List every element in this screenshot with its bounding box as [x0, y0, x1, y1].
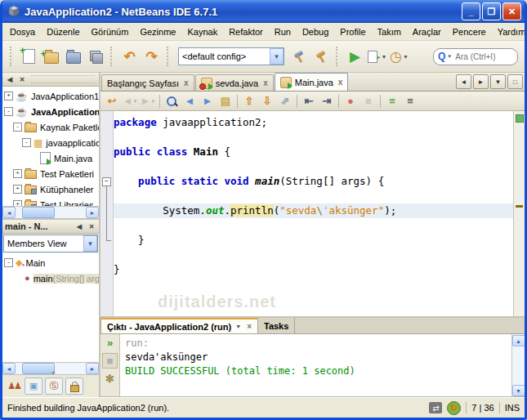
stop-run-button[interactable]: ■: [102, 353, 118, 369]
undo-button[interactable]: ↶: [118, 46, 141, 68]
auto-hide-icon[interactable]: ◀: [74, 221, 84, 231]
comment-button[interactable]: ≡: [383, 93, 401, 109]
close-button[interactable]: ✕: [502, 2, 521, 20]
menu-tools[interactable]: Araçlar: [407, 25, 447, 39]
navigator-item-method-main[interactable]: ●main(String[] args): [2, 270, 99, 286]
scroll-right-icon[interactable]: ►: [86, 363, 99, 374]
tree-item-project-javaapplication2[interactable]: -☕JavaApplication2: [2, 104, 99, 119]
find-next-button[interactable]: ►: [199, 93, 217, 109]
show-inherited-members-button[interactable]: ♟♟: [6, 378, 22, 394]
fold-gutter[interactable]: [100, 189, 114, 203]
output-tab-tasks[interactable]: Tasks: [258, 318, 295, 333]
tree-item-project-javaapplication1[interactable]: +☕JavaApplication1: [2, 88, 99, 104]
back-dropdown-icon[interactable]: ▼: [132, 99, 137, 104]
new-project-button[interactable]: [40, 46, 62, 68]
fold-collapse-icon[interactable]: −: [102, 177, 111, 186]
tree-expander-icon[interactable]: +: [13, 185, 22, 194]
clean-build-project-button[interactable]: [310, 46, 332, 68]
tree-expander-icon[interactable]: -: [13, 123, 22, 132]
shift-line-right-button[interactable]: ⇥: [318, 93, 336, 109]
search-icon[interactable]: Q: [438, 51, 445, 61]
tree-item-source-packages[interactable]: -Kaynak Paketleri: [2, 119, 99, 135]
menu-source[interactable]: Kaynak: [181, 25, 223, 39]
minimize-button[interactable]: _: [462, 2, 480, 20]
ant-settings-button[interactable]: ✻: [103, 372, 117, 386]
fold-gutter[interactable]: [100, 233, 114, 248]
profile-dropdown-icon[interactable]: ▼: [403, 54, 409, 60]
previous-bookmark-button[interactable]: ⇧: [240, 93, 258, 109]
rerun-button[interactable]: »: [103, 336, 117, 350]
back-button[interactable]: ◄▼: [121, 93, 139, 109]
menu-team[interactable]: Takım: [372, 25, 407, 39]
tree-item-libraries[interactable]: +Kütüphaneler: [2, 181, 99, 197]
auto-hide-icon[interactable]: ◀: [5, 74, 15, 84]
forward-button[interactable]: ►▼: [139, 93, 157, 109]
next-bookmark-button[interactable]: ⇩: [258, 93, 276, 109]
save-all-button[interactable]: [84, 46, 106, 68]
uncomment-button[interactable]: ≡: [401, 93, 419, 109]
show-fields-button[interactable]: ▣: [25, 378, 42, 395]
scroll-tabs-right-button[interactable]: ►: [473, 74, 489, 89]
tree-item-file-main-java[interactable]: Main.java: [2, 150, 99, 166]
new-file-button[interactable]: [18, 46, 40, 68]
scroll-right-icon[interactable]: ►: [86, 207, 99, 218]
close-tab-icon[interactable]: ×: [247, 322, 252, 331]
maximize-editor-button[interactable]: □: [507, 74, 523, 89]
fold-gutter[interactable]: [100, 218, 114, 233]
navigator-view-selector[interactable]: Members View ▼: [3, 235, 98, 252]
tree-expander-icon[interactable]: +: [13, 200, 22, 206]
tree-expander-icon[interactable]: -: [4, 258, 13, 267]
navigator-item-class-main[interactable]: -◆Main: [2, 255, 99, 270]
search-input[interactable]: [453, 51, 504, 62]
debug-project-button[interactable]: ▶▼: [366, 46, 388, 68]
fold-gutter[interactable]: [100, 203, 114, 218]
close-tab-icon[interactable]: x: [338, 78, 343, 87]
show-non-public-members-button[interactable]: [65, 378, 83, 395]
menu-navigate[interactable]: Gezinme: [134, 25, 181, 39]
find-button[interactable]: [163, 93, 181, 109]
fold-gutter[interactable]: −: [100, 174, 114, 189]
open-project-button[interactable]: [62, 46, 84, 68]
menu-run[interactable]: Run: [269, 25, 297, 39]
redo-button[interactable]: ↷: [141, 46, 163, 68]
output-console[interactable]: run:sevda'aksüngerBUILD SUCCESSFUL (tota…: [120, 334, 511, 397]
maximize-button[interactable]: ❐: [482, 2, 501, 20]
code-editor[interactable]: package javaapplication2; public class M…: [100, 111, 525, 316]
toggle-highlight-search-button[interactable]: ▤: [217, 93, 234, 109]
title-bar[interactable]: JavaApplication2 - NetBeans IDE 6.7.1 _❐…: [2, 0, 525, 23]
debug-dropdown-icon[interactable]: ▼: [381, 54, 386, 60]
menu-view[interactable]: Görünüm: [86, 25, 135, 39]
scrollbar-thumb[interactable]: [22, 363, 55, 374]
tree-expander-icon[interactable]: +: [4, 92, 13, 101]
scroll-left-icon[interactable]: ◄: [2, 363, 16, 374]
menu-help[interactable]: Yardım: [492, 25, 527, 39]
tree-expander-icon[interactable]: -: [22, 138, 31, 147]
close-tab-icon[interactable]: x: [184, 78, 189, 87]
menu-file[interactable]: Dosya: [4, 25, 41, 39]
toggle-bookmark-button[interactable]: ⇗: [276, 93, 294, 109]
tree-expander-icon[interactable]: +: [13, 169, 22, 178]
navigator-view-dropdown-icon[interactable]: ▼: [83, 235, 97, 252]
last-edit-position-button[interactable]: ↩: [103, 93, 121, 109]
quick-search-box[interactable]: Q▼: [433, 48, 518, 65]
find-previous-button[interactable]: ◄: [181, 93, 199, 109]
output-vscrollbar[interactable]: ▲ ▼: [511, 334, 525, 397]
tab-list-dropdown-button[interactable]: ▼: [490, 74, 506, 89]
search-dropdown-icon[interactable]: ▼: [447, 54, 452, 59]
profile-project-button[interactable]: ◷▼: [388, 46, 410, 68]
tree-expander-icon[interactable]: -: [4, 107, 13, 116]
projects-panel-header[interactable]: ◀ ✕: [2, 73, 99, 87]
shift-line-left-button[interactable]: ⇤: [300, 93, 318, 109]
menu-refactor[interactable]: Refaktor: [223, 25, 269, 39]
output-tab-output[interactable]: Çıktı - JavaApplication2 (run)▼×: [100, 318, 258, 333]
scrollbar-thumb[interactable]: [22, 207, 55, 218]
close-tab-icon[interactable]: x: [263, 78, 268, 87]
projects-tree[interactable]: +☕JavaApplication1-☕JavaApplication2-Kay…: [2, 87, 99, 206]
close-panel-icon[interactable]: ✕: [17, 74, 27, 84]
tab-start-page[interactable]: Başlangıç Sayfasıx: [101, 74, 194, 91]
menu-profile[interactable]: Profile: [334, 25, 371, 39]
show-static-members-button[interactable]: Ⓢ: [45, 378, 63, 395]
close-panel-icon[interactable]: ✕: [87, 221, 96, 231]
tab-main-java[interactable]: Main.javax: [275, 73, 349, 91]
scroll-up-icon[interactable]: ▲: [512, 335, 525, 346]
